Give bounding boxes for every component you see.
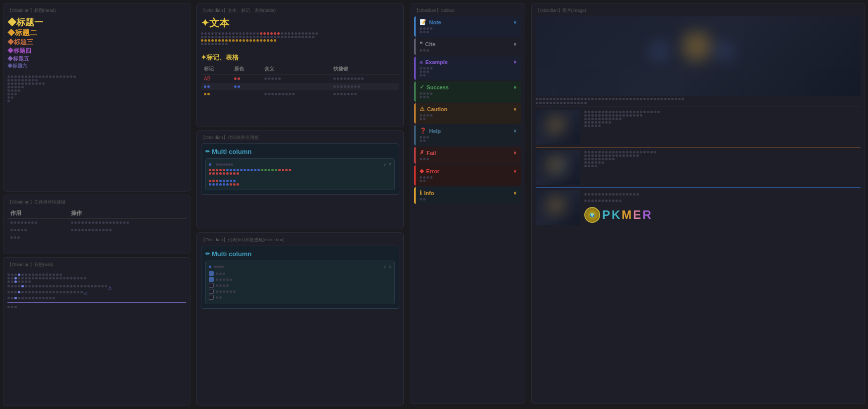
- table-row: [7, 226, 186, 234]
- wiki-row: [7, 277, 186, 279]
- code-panel-label: 【Obsidian】代码块和引用框: [201, 135, 399, 141]
- dots-row: [7, 75, 186, 78]
- note-title: Note: [429, 19, 441, 25]
- checkbox-empty: [209, 295, 214, 300]
- callout-panel-label: 【Obsidian】Callout: [414, 7, 521, 14]
- image-dots: [536, 98, 861, 100]
- callout-help-header[interactable]: ❓ Help ∨: [420, 128, 517, 134]
- text-dots: [201, 36, 399, 38]
- wiki-row: [7, 297, 186, 299]
- headings-panel: 【Obsidian】标题(head) ◆标题一 ◆标题二 ◆标题三 ◆标题四 ◆…: [3, 3, 190, 192]
- text-panel: 【Obsidian】文本、标记、表格(table) ✦文本 ✦标记、表格 标记 …: [196, 3, 404, 127]
- image-dots: [536, 102, 861, 104]
- table-row: [201, 90, 399, 98]
- img-separator-2: [536, 147, 861, 147]
- img-separator: [536, 107, 861, 107]
- image-panel: 【Obsidian】图片(image): [531, 3, 865, 404]
- callout-note-content: [420, 27, 517, 33]
- code-panel: Multi column ∨ ≡: [201, 143, 399, 195]
- cite-title: Cite: [425, 41, 435, 47]
- text-dots: [201, 43, 399, 45]
- pkmer-p: P: [602, 208, 612, 221]
- img-thumb-3: [536, 190, 580, 225]
- marks-section-title: ✦标记、表格: [201, 53, 399, 62]
- img-section-text: [584, 110, 861, 128]
- dots-row: [7, 89, 186, 92]
- cite-collapse: ∨: [513, 42, 517, 47]
- callout-cite-header[interactable]: ❝ Cite ∨: [420, 41, 517, 47]
- fileops-col2: 操作: [68, 208, 186, 219]
- img-separator-3: [536, 187, 861, 188]
- checkbox-item: [209, 295, 391, 300]
- callout-fail-header[interactable]: ✗ Fail ∨: [420, 149, 517, 156]
- info-collapse: ∨: [513, 191, 517, 196]
- fail-collapse: ∨: [513, 150, 517, 155]
- example-title: Example: [425, 59, 447, 65]
- wiki-separator-line: [7, 302, 186, 303]
- callout-note-header[interactable]: 📝 Note ∨: [420, 19, 517, 25]
- list-bar-left: [209, 264, 224, 269]
- callout-success-header[interactable]: ✓ Success ∨: [420, 84, 517, 90]
- img-section-1: [536, 110, 861, 144]
- code-bar: ∨ ≡: [209, 162, 391, 167]
- callout-caution: ⚠ Caution ∨: [414, 103, 521, 124]
- caution-title: Caution: [427, 106, 447, 112]
- list-title: Multi column: [205, 250, 395, 258]
- wiki-panel: 【Obsidian】双链(wiki) △: [3, 257, 190, 406]
- text-panel-label: 【Obsidian】文本、标记、表格(table): [201, 7, 399, 14]
- checkbox-checked: [209, 277, 214, 282]
- help-title: Help: [429, 128, 441, 134]
- callout-example: ≡ Example ∨: [414, 57, 521, 80]
- help-icon: ❓: [420, 128, 427, 134]
- callout-panel: 【Obsidian】Callout 📝 Note ∨ ❝ Cite ∨: [410, 3, 525, 404]
- callout-caution-content: [420, 114, 517, 120]
- code-dots: [209, 183, 391, 186]
- pkmer-logo-row: 🌍 PKMER: [584, 207, 861, 223]
- help-collapse: ∨: [513, 129, 517, 134]
- code-panel-outer: 【Obsidian】代码块和引用框 Multi column ∨ ≡: [196, 130, 404, 229]
- pkmer-k: K: [612, 208, 621, 221]
- list-panel: 【Obsidian】列表(list)和复选框(checkbox) Multi c…: [196, 232, 404, 406]
- info-title: Info: [424, 190, 434, 196]
- callout-info-header[interactable]: ℹ Info ∨: [420, 190, 517, 196]
- img-thumb-2: [536, 150, 580, 185]
- marks-col-shortcut: 快捷键: [330, 64, 399, 74]
- caution-icon: ⚠: [420, 106, 425, 112]
- success-icon: ✓: [420, 84, 424, 90]
- pkmer-logo-text: PKMER: [602, 208, 653, 222]
- callout-example-header[interactable]: ≡ Example ∨: [420, 59, 517, 65]
- note-collapse: ∨: [513, 20, 517, 25]
- list-bar-right: ∨ ≡: [383, 264, 391, 269]
- wiki-panel-label: 【Obsidian】双链(wiki): [7, 262, 186, 268]
- code-bar-right: ∨ ≡: [383, 162, 391, 167]
- example-collapse: ∨: [513, 60, 517, 65]
- callout-example-content: [420, 67, 517, 76]
- list-code-panel: Multi column ∨ ≡: [201, 246, 399, 309]
- checkbox-checked: [209, 271, 214, 276]
- info-icon: ℹ: [420, 190, 422, 196]
- list-bar: ∨ ≡: [209, 264, 391, 269]
- fail-title: Fail: [427, 150, 436, 156]
- callout-fail-content: [420, 158, 517, 160]
- callout-caution-header[interactable]: ⚠ Caution ∨: [420, 106, 517, 112]
- text-main-title: ✦文本: [201, 16, 399, 30]
- callout-error-header[interactable]: ◆ Error ∨: [420, 168, 517, 174]
- main-image: [536, 16, 861, 96]
- checkbox-empty: [209, 283, 214, 288]
- error-icon: ◆: [420, 168, 424, 174]
- marks-table: 标记 原色 含义 快捷键 AB: [201, 64, 399, 98]
- text-dots: [201, 32, 399, 35]
- cite-icon: ❝: [420, 41, 423, 47]
- code-dots: [209, 172, 391, 175]
- dots-row: [7, 100, 186, 102]
- wiki-row: ◁: [7, 291, 186, 296]
- code-title: Multi column: [205, 148, 395, 155]
- callout-cite-content: [420, 49, 517, 52]
- callout-error-content: [420, 176, 517, 182]
- img-section-text-2: [584, 150, 861, 168]
- checkbox-item: [209, 289, 391, 294]
- pkmer-m: M: [621, 208, 633, 221]
- error-title: Error: [426, 168, 439, 174]
- pkmer-r: R: [642, 208, 652, 221]
- code-inner: ∨ ≡: [205, 158, 395, 190]
